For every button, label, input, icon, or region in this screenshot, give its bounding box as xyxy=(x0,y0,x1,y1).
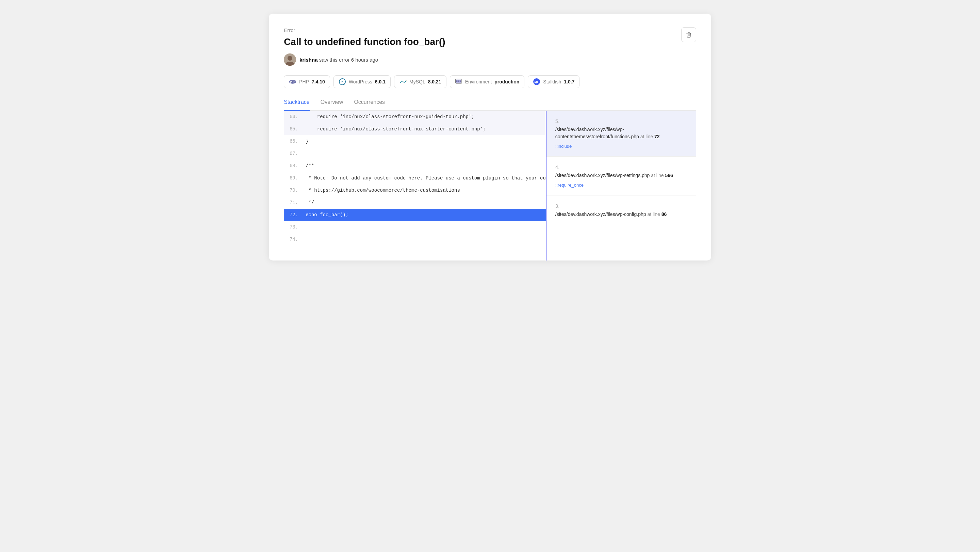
badge-environment: Environment production xyxy=(450,75,525,88)
delete-button[interactable] xyxy=(681,27,696,42)
wordpress-icon xyxy=(339,78,346,86)
svg-point-14 xyxy=(535,81,536,82)
content-area: 64. require 'inc/nux/class-storefront-nu… xyxy=(284,111,696,260)
badge-stalkfish: Stalkfish 1.0.7 xyxy=(528,75,579,88)
stack-item-3: 3. /sites/dev.dashwork.xyz/files/wp-conf… xyxy=(546,195,696,227)
tab-stacktrace[interactable]: Stacktrace xyxy=(284,99,310,111)
user-row: krishna saw this error 6 hours ago xyxy=(284,53,696,66)
code-line-67: 67. xyxy=(284,147,546,160)
avatar xyxy=(284,53,296,66)
badge-wordpress: WordPress 6.0.1 xyxy=(334,75,391,88)
badges-row: PHP PHP 7.4.10 WordPress 6.0.1 xyxy=(284,75,696,88)
svg-point-1 xyxy=(288,56,292,61)
badge-mysql: MySQL 8.0.21 xyxy=(394,75,447,88)
user-name: krishna xyxy=(299,57,318,63)
error-label: Error xyxy=(284,27,696,33)
svg-rect-9 xyxy=(456,80,457,82)
stalkfish-icon xyxy=(533,78,540,86)
code-line-69: 69. * Note: Do not add any custom code h… xyxy=(284,172,546,184)
php-icon: PHP xyxy=(289,78,296,86)
svg-point-13 xyxy=(535,81,538,83)
badge-php: PHP PHP 7.4.10 xyxy=(284,75,330,88)
mysql-icon xyxy=(399,78,407,86)
svg-rect-10 xyxy=(458,80,460,82)
svg-text:PHP: PHP xyxy=(290,81,295,83)
code-line-73: 73. xyxy=(284,221,546,233)
code-line-74: 74. xyxy=(284,233,546,246)
code-line-72: 72. echo foo_bar(); xyxy=(284,209,546,221)
code-line-66: 66. } xyxy=(284,135,546,147)
environment-icon xyxy=(455,78,463,86)
stack-item-4: 4. /sites/dev.dashwork.xyz/files/wp-sett… xyxy=(546,156,696,195)
code-line-71: 71. */ xyxy=(284,196,546,209)
error-card: Error Call to undefined function foo_bar… xyxy=(269,14,711,260)
code-line-65: 65. require 'inc/nux/class-storefront-nu… xyxy=(284,123,546,135)
tab-overview[interactable]: Overview xyxy=(321,99,343,111)
user-info: krishna saw this error 6 hours ago xyxy=(299,57,378,63)
stack-panel: 5. /sites/dev.dashwork.xyz/files/wp-cont… xyxy=(546,111,696,260)
tabs: Stacktrace Overview Occurrences xyxy=(284,99,696,111)
error-title: Call to undefined function foo_bar() xyxy=(284,37,696,47)
code-line-70: 70. * https://github.com/woocommerce/the… xyxy=(284,184,546,196)
code-line-64: 64. require 'inc/nux/class-storefront-nu… xyxy=(284,111,546,123)
code-panel: 64. require 'inc/nux/class-storefront-nu… xyxy=(284,111,546,260)
stack-item-5: 5. /sites/dev.dashwork.xyz/files/wp-cont… xyxy=(546,111,696,156)
code-line-68: 68. /** xyxy=(284,160,546,172)
svg-rect-11 xyxy=(460,80,461,82)
tab-occurrences[interactable]: Occurrences xyxy=(354,99,385,111)
